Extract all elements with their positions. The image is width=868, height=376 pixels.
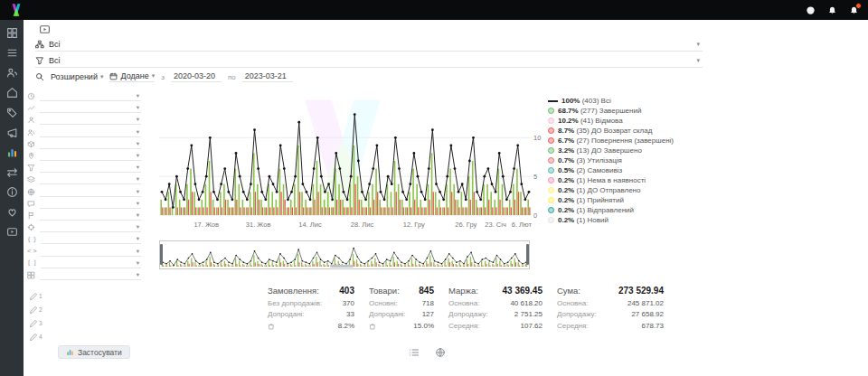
rail-support[interactable] <box>3 203 21 221</box>
legend-item[interactable]: 100% (403) Всі <box>548 96 674 106</box>
filter-row-2-select[interactable]: ▾ <box>40 103 141 113</box>
stat-row: 8.2% <box>268 321 354 332</box>
filter-row-4: ▾ <box>27 127 141 138</box>
x-axis-tick: 31. Жов <box>241 221 277 229</box>
legend-item[interactable]: 0.2% (1) Нема в наявності <box>548 175 674 185</box>
legend-item[interactable]: 0.2% (1) Новий <box>548 215 674 225</box>
bell-icon[interactable] <box>848 5 859 15</box>
rail-store[interactable] <box>3 84 21 101</box>
navigator-scroll-thumb[interactable] <box>330 265 354 268</box>
footer-icons <box>409 347 446 358</box>
stat-group-2: Товари:845Основні:718Допродані:12715.0% <box>369 286 434 332</box>
filter-row-4-select[interactable]: ▾ <box>40 127 141 137</box>
chevron-down-icon: ▾ <box>137 199 141 208</box>
filter-row-16-select[interactable]: ▾ <box>40 270 141 280</box>
chevron-down-icon: ▾ <box>137 234 141 243</box>
legend-item[interactable]: 8.7% (35) ДО Возврат склад <box>548 126 674 136</box>
filter-row-7-select[interactable]: ▾ <box>40 163 141 173</box>
filter-row-5-select[interactable]: ▾ <box>40 139 141 149</box>
flag-icon <box>27 212 35 220</box>
rail-marketing[interactable] <box>3 124 21 141</box>
globe-view-icon[interactable] <box>435 347 446 358</box>
x-axis-tick: 6. Лют <box>504 221 540 229</box>
rail-analytics[interactable] <box>3 144 21 161</box>
bell-icon[interactable] <box>826 5 837 15</box>
filter-row-1-select[interactable]: ▾ <box>40 91 141 101</box>
layers-icon <box>27 175 35 183</box>
trend-icon <box>27 104 35 112</box>
rail-integrations[interactable] <box>3 164 21 181</box>
filter-row-11: ▾ <box>27 210 141 221</box>
date-field-select[interactable]: Додане ▾ <box>109 71 155 82</box>
filter-row-12-select[interactable]: ▾ <box>40 222 141 232</box>
video-help-icon[interactable] <box>39 24 51 37</box>
date-from-input[interactable]: 2020-03-20 <box>171 71 222 82</box>
saved-filter-2[interactable]: 2 <box>27 301 141 315</box>
y-axis-tick: 0 <box>533 212 537 220</box>
chevron-down-icon: ▾ <box>137 211 141 220</box>
filter-row-9-select[interactable]: ▾ <box>40 187 141 197</box>
stat-row: Без допродажів:370 <box>268 298 354 309</box>
filter-row-11-select[interactable]: ▾ <box>40 211 141 221</box>
rail-info[interactable] <box>3 183 21 201</box>
group-filter-select[interactable]: Всі ▾ <box>35 37 703 52</box>
filter-row-3-select[interactable]: ▾ <box>40 115 141 125</box>
legend-item[interactable]: 3.2% (13) ДО Завершено <box>548 146 674 155</box>
chevron-down-icon: ▾ <box>137 127 141 136</box>
bracketsq-icon: [ ] <box>27 259 36 267</box>
legend-color-swatch <box>548 177 554 183</box>
filter-row-15-select[interactable]: ▾ <box>41 258 141 268</box>
legend-color-swatch <box>548 207 554 213</box>
x-axis-tick: 28. Лис <box>344 221 380 229</box>
filter-row-8-select[interactable]: ▾ <box>40 174 141 184</box>
filter-row-6-select[interactable]: ▾ <box>40 151 141 161</box>
x-axis-tick: 17. Жов <box>188 221 224 229</box>
legend-item[interactable]: 0.5% (2) Самовивіз <box>548 165 674 175</box>
rail-tags[interactable] <box>3 104 21 121</box>
navigator-left-handle[interactable] <box>160 244 163 265</box>
rail-video[interactable] <box>3 223 21 240</box>
filter-row-14-select[interactable]: ▾ <box>41 247 141 257</box>
navigator-right-handle[interactable] <box>526 244 529 265</box>
filter-row-10-select[interactable]: ▾ <box>40 199 141 209</box>
filter-row-14: < >▾ <box>27 245 141 257</box>
saved-filter-3[interactable]: 3 <box>27 315 141 328</box>
chart-navigator[interactable] <box>159 240 530 269</box>
rail-orders[interactable] <box>3 44 21 61</box>
orders-chart[interactable] <box>159 101 532 217</box>
filter-row-7: ▾ <box>27 162 141 174</box>
chevron-down-icon: ▾ <box>137 174 141 183</box>
legend-color-swatch <box>548 157 554 164</box>
chevron-down-icon: ▾ <box>137 163 141 172</box>
legend-item[interactable]: 6.7% (27) Повернення (завершені) <box>548 136 674 146</box>
chevron-down-icon: ▾ <box>137 270 141 279</box>
list-view-icon[interactable] <box>409 347 420 358</box>
stat-group-1: Замовлення:403Без допродажів:370Допродан… <box>268 286 354 332</box>
legend-item[interactable]: 10.2% (41) Відмова <box>548 116 674 126</box>
app-logo-icon[interactable] <box>9 3 24 17</box>
chevron-down-icon: ▾ <box>137 91 141 100</box>
pin-icon <box>27 152 35 160</box>
legend-item[interactable]: 0.2% (1) Прийнятий <box>548 195 674 205</box>
legend-item[interactable]: 0.2% (1) ДО Отправлено <box>548 185 674 195</box>
rail-dashboard[interactable] <box>3 24 21 42</box>
help-icon[interactable] <box>805 5 816 15</box>
search-icon[interactable] <box>35 72 44 81</box>
rail-customers[interactable] <box>3 64 21 81</box>
legend-color-swatch <box>548 127 554 134</box>
date-to-input[interactable]: 2023-03-21 <box>242 71 293 82</box>
saved-filter-1[interactable]: 1 <box>27 287 141 301</box>
globe-icon <box>27 188 35 196</box>
filter-row-2: ▾ <box>27 102 141 114</box>
pencil-icon <box>29 333 38 342</box>
legend-item[interactable]: 68.7% (277) Завершений <box>548 106 674 116</box>
legend-item[interactable]: 0.7% (3) Утилізація <box>548 155 674 165</box>
filter-row-13-select[interactable]: ▾ <box>41 234 141 244</box>
status-filter-select[interactable]: Всі ▾ <box>35 53 703 68</box>
legend-item[interactable]: 0.2% (1) Відправлений <box>548 205 674 215</box>
search-mode-select[interactable]: Розширений ▾ <box>51 72 103 81</box>
chat-icon <box>27 200 35 208</box>
saved-filter-4[interactable]: 4 <box>27 328 141 342</box>
apply-button[interactable]: Застосувати <box>58 345 130 359</box>
filter-row-10: ▾ <box>27 198 141 210</box>
